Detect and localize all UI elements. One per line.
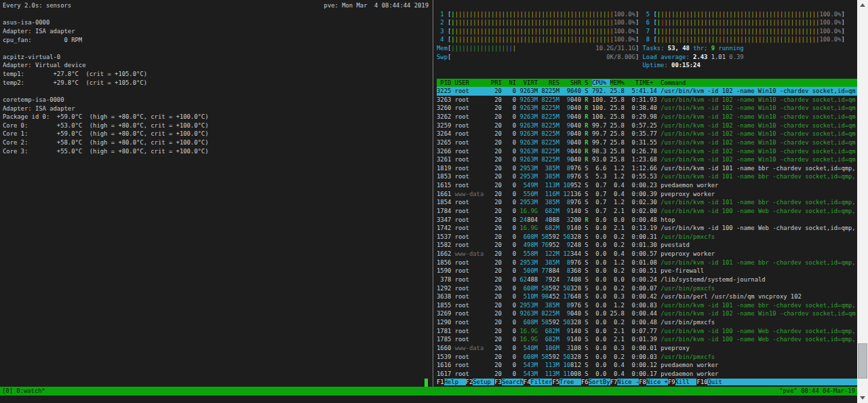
sensors-line: Core 3: +55.0°C (high = +80.0°C, crit = … bbox=[3, 147, 430, 156]
process-row[interactable]: 1615 root 20 0 549M 113M 10952 S 0.7 0.4… bbox=[437, 181, 857, 190]
sensors-line: Adapter: Virtual device bbox=[3, 61, 430, 70]
cpu-meter-row: 4 [|||||||||||||||||||||||||||||||||||||… bbox=[437, 35, 857, 44]
process-row[interactable]: 1855 root 20 0 2953M 385M 8976 S 0.0 1.2… bbox=[437, 301, 857, 310]
process-row-selected[interactable]: 3225 root 20 0 9263M 8225M 9040 S 792. 2… bbox=[437, 87, 857, 96]
watch-host-datetime: pve: Mon Mar 4 08:44:44 2019 bbox=[324, 1, 429, 10]
process-row[interactable]: 1590 root 20 0 500M 77884 8368 S 0.0 0.2… bbox=[437, 267, 857, 275]
fkey-bar: F1Help F2Setup F3SearchF4FilterF5Tree F6… bbox=[437, 378, 857, 387]
process-row[interactable]: 1781 root 20 0 16.9G 682M 9140 S 0.0 2.1… bbox=[437, 327, 857, 336]
process-row[interactable]: 1854 root 20 0 2953M 385M 8976 S 0.7 1.2… bbox=[437, 198, 857, 207]
scrollbar-thumb[interactable] bbox=[858, 343, 867, 379]
htop-table-header[interactable]: PID USER PRI NI VIRT RES SHR S CPU% MEM%… bbox=[437, 79, 857, 88]
sensors-line: cpu_fan: 0 RPM bbox=[3, 36, 430, 45]
process-row[interactable]: 1660 www-data 20 0 540M 106M 3108 S 0.0 … bbox=[437, 344, 857, 353]
process-row[interactable]: 3265 root 20 0 9263M 8225M 9040 R 99.7 2… bbox=[437, 138, 857, 147]
sensors-line: asus-isa-0000 bbox=[3, 18, 430, 27]
process-row[interactable]: 3259 root 20 0 9263M 8225M 9040 R 99.7 2… bbox=[437, 121, 857, 130]
terminal-window: Every 2.0s: sensors pve: Mon Mar 4 08:44… bbox=[0, 0, 857, 403]
sensors-line bbox=[3, 10, 430, 19]
fkey-f2[interactable]: F2Setup bbox=[466, 379, 495, 385]
process-row[interactable]: 1853 root 20 0 2953M 385M 8976 S 5.3 1.2… bbox=[437, 172, 857, 181]
tmux-window-item[interactable]: [0] 0:watch* bbox=[2, 387, 45, 396]
process-row[interactable]: 3260 root 20 0 9263M 8225M 9040 R 100. 2… bbox=[437, 104, 857, 113]
memory-meter-and-tasks: Mem[|||||||||||||||||| 10.2G/31.1G] Task… bbox=[437, 44, 857, 53]
scrollbar[interactable] bbox=[857, 0, 868, 403]
sensors-output: asus-isa-0000Adapter: ISA adaptercpu_fan… bbox=[3, 10, 430, 156]
fkey-f4[interactable]: F4Filter bbox=[524, 379, 553, 385]
process-row[interactable]: 3269 root 20 0 9263M 8225M 9040 S 0.0 25… bbox=[437, 309, 857, 318]
fkey-f8[interactable]: F8Nice + bbox=[639, 379, 668, 385]
sensors-line: coretemp-isa-0000 bbox=[3, 96, 430, 104]
sensors-line: Core 2: +58.0°C (high = +80.0°C, crit = … bbox=[3, 138, 430, 147]
sensors-line bbox=[3, 44, 430, 53]
process-row[interactable]: 1742 root 20 0 16.9G 682M 9140 S 0.0 2.1… bbox=[437, 224, 857, 233]
htop-output: 1 [|||||||||||||||||||||||||||||||||||||… bbox=[437, 10, 857, 387]
sensors-line: temp1: +27.8°C (crit = +105.0°C) bbox=[3, 70, 430, 79]
sensors-line: Core 1: +59.0°C (high = +80.0°C, crit = … bbox=[3, 130, 430, 138]
tmux-session-datetime: "pve" 08:44 04-Mar-19 bbox=[779, 387, 855, 396]
process-row[interactable]: 1617 root 20 0 543M 113M 11008 S 0.0 0.4… bbox=[437, 370, 857, 379]
process-row[interactable]: 1537 root 20 0 608M 58592 50328 S 0.0 0.… bbox=[437, 233, 857, 242]
sensors-line bbox=[3, 87, 430, 96]
uptime-row: Uptime: 00:15:24 bbox=[437, 61, 857, 70]
fkey-f3[interactable]: F3Search bbox=[494, 379, 524, 385]
sensors-line: Core 0: +53.0°C (high = +80.0°C, crit = … bbox=[3, 121, 430, 130]
swap-meter-and-load: Swp[ 0K/8.00G] Load average: 2.43 1.01 0… bbox=[437, 53, 857, 62]
sensors-line: Adapter: ISA adapter bbox=[3, 104, 430, 113]
tmux-status-bar: [0] 0:watch* "pve" 08:44 04-Mar-19 bbox=[0, 387, 857, 396]
process-row[interactable]: 1582 root 20 0 498M 76952 9248 S 0.0 0.2… bbox=[437, 241, 857, 250]
cpu-meter-row: 2 [|||||||||||||||||||||||||||||||||||||… bbox=[437, 18, 857, 27]
process-row[interactable]: 1819 root 20 0 2953M 385M 8976 S 6.6 1.2… bbox=[437, 164, 857, 173]
process-row[interactable]: 1856 root 20 0 2953M 385M 8976 S 0.0 1.2… bbox=[437, 258, 857, 267]
process-row[interactable]: 1785 root 20 0 16.9G 682M 9140 S 0.0 2.1… bbox=[437, 335, 857, 344]
process-row[interactable]: 3263 root 20 0 9263M 8225M 9040 R 100. 2… bbox=[437, 96, 857, 104]
watch-command-label: Every 2.0s: sensors bbox=[3, 1, 71, 10]
cpu-meter-row: 1 [|||||||||||||||||||||||||||||||||||||… bbox=[437, 10, 857, 19]
scrollbar-up-arrow-icon[interactable] bbox=[857, 0, 868, 11]
process-row[interactable]: 3266 root 20 0 9263M 8225M 9040 R 98.3 2… bbox=[437, 147, 857, 156]
process-row[interactable]: 3262 root 20 0 9263M 8225M 9040 R 100. 2… bbox=[437, 113, 857, 121]
fkey-f5[interactable]: F5Tree bbox=[552, 379, 581, 385]
fkey-f1[interactable]: F1Help bbox=[437, 379, 466, 385]
watch-pane: Every 2.0s: sensors pve: Mon Mar 4 08:44… bbox=[3, 1, 430, 155]
cpu-meter-row: 3 [|||||||||||||||||||||||||||||||||||||… bbox=[437, 27, 857, 36]
process-row[interactable]: 3638 root 20 0 510M 98452 17648 S 0.0 0.… bbox=[437, 292, 857, 301]
blank-row bbox=[437, 70, 857, 79]
process-row[interactable]: 1539 root 20 0 608M 58592 50328 S 0.0 0.… bbox=[437, 353, 857, 362]
scrollbar-down-arrow-icon[interactable] bbox=[857, 392, 868, 403]
process-row[interactable]: 1292 root 20 0 608M 58592 50328 S 0.0 0.… bbox=[437, 284, 857, 293]
terminal-cursor bbox=[425, 379, 428, 387]
sensors-line: temp2: +29.8°C (crit = +105.0°C) bbox=[3, 79, 430, 88]
process-row[interactable]: 1616 root 20 0 543M 113M 10812 S 0.0 0.4… bbox=[437, 361, 857, 370]
process-row[interactable]: 1662 www-data 20 0 558M 122M 12344 S 0.0… bbox=[437, 250, 857, 258]
process-row[interactable]: 1290 root 20 0 608M 58592 50328 S 0.0 0.… bbox=[437, 318, 857, 327]
fkey-f6[interactable]: F6SortBy bbox=[581, 379, 610, 385]
process-row[interactable]: 3264 root 20 0 9263M 8225M 9040 R 99.7 2… bbox=[437, 130, 857, 138]
process-row[interactable]: 3261 root 20 0 9263M 8225M 9040 R 93.0 2… bbox=[437, 155, 857, 164]
process-row[interactable]: 1661 www-data 20 0 550M 116M 12136 S 0.7… bbox=[437, 190, 857, 199]
fkey-f7[interactable]: F7Nice - bbox=[610, 379, 639, 385]
process-row[interactable]: 1784 root 20 0 16.9G 682M 9140 S 0.7 2.1… bbox=[437, 207, 857, 216]
process-row[interactable]: 378 root 20 0 62488 7924 7408 S 0.0 0.0 … bbox=[437, 275, 857, 284]
fkey-f9[interactable]: F9Kill bbox=[668, 379, 697, 385]
fkey-f10[interactable]: F10Quit bbox=[696, 379, 722, 385]
sensors-line: Adapter: ISA adapter bbox=[3, 27, 430, 36]
sensors-line: acpitz-virtual-0 bbox=[3, 53, 430, 62]
watch-header: Every 2.0s: sensors pve: Mon Mar 4 08:44… bbox=[3, 1, 429, 10]
sensors-line: Package id 0: +59.0°C (high = +80.0°C, c… bbox=[3, 113, 430, 121]
htop-pane: 1 [|||||||||||||||||||||||||||||||||||||… bbox=[437, 10, 857, 387]
process-row[interactable]: 3347 root 20 0 24804 4088 3200 R 0.0 0.0… bbox=[437, 216, 857, 225]
pane-divider bbox=[433, 0, 433, 387]
